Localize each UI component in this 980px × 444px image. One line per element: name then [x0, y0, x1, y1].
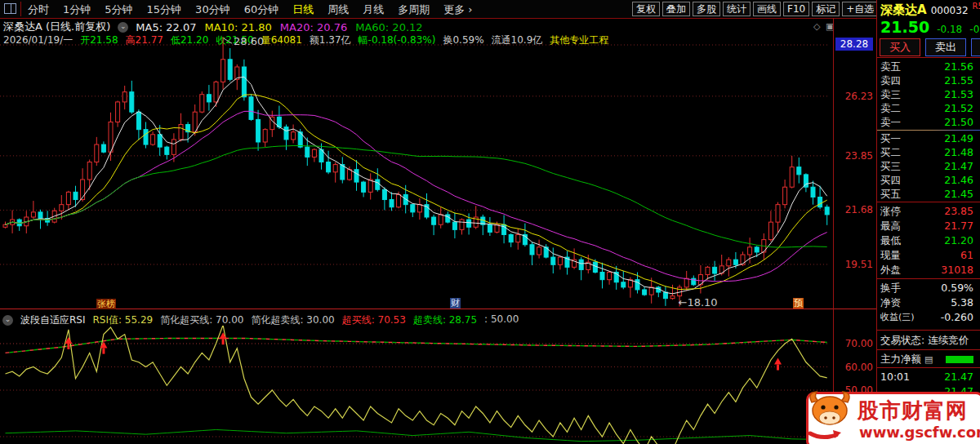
stats-block: 涨停23.85跌最高21.77量最低21.20市现量61总外盘31018内: [877, 204, 980, 278]
stats-block-2: 换手0.59%股净资5.38流收益(三)-0.260PE: [877, 281, 980, 325]
main-flow-row: 主力净额 ▤: [880, 353, 933, 366]
ask-row[interactable]: 卖二21.52: [877, 101, 980, 115]
tick-row: 10:0121.47: [877, 370, 980, 384]
indicator-param: 简化超卖线: 30.00: [251, 313, 334, 327]
indicator-header: ⌄ 波段自适应RSIRSI值: 55.29简化超买线: 70.00简化超卖线: …: [2, 313, 519, 327]
collapse-icon[interactable]: ⌄: [2, 315, 13, 326]
margin-tag: R5: [973, 2, 980, 11]
bull-logo-icon: [805, 388, 858, 442]
bid-row[interactable]: 买一21.49: [877, 131, 980, 145]
tool-button-复权[interactable]: 复权: [632, 2, 660, 16]
menu-item-5分钟[interactable]: 5分钟: [105, 2, 132, 17]
ask-row[interactable]: 卖一21.50: [877, 115, 980, 129]
stat-value: -0.260: [941, 311, 973, 323]
tool-button-叠加[interactable]: 叠加: [662, 2, 690, 16]
menu-item-多周期[interactable]: 多周期: [398, 2, 430, 17]
indicator-param: 简化超买线: 70.00: [160, 313, 243, 327]
ma-value: MA60: 20.12: [355, 21, 422, 33]
book-level-label: 买二: [880, 146, 901, 160]
menu-item-1分钟[interactable]: 1分钟: [63, 2, 91, 17]
bid-row[interactable]: 买三21.47: [877, 159, 980, 173]
stat-value: 61: [960, 249, 973, 261]
indicator-param: 超卖线: 28.75: [413, 313, 477, 327]
stat-value: 21.20: [944, 234, 973, 246]
logo-text: 股市财富网: [858, 397, 968, 425]
stat-row: 最低21.20市: [877, 233, 980, 248]
divider: [877, 367, 980, 368]
stat-row: 换手0.59%股: [877, 281, 980, 295]
menu-item-周线[interactable]: 周线: [327, 2, 349, 17]
book-level-price: 21.48: [944, 146, 973, 158]
stat-label: 换手: [880, 282, 901, 295]
book-level-price: 21.45: [944, 188, 973, 200]
quote-panel: 深桑达A 000032 R5 21.50 -0.18 -0.83 买入 卖出 卖…: [876, 0, 980, 444]
ma-value: MA20: 20.76: [280, 21, 347, 33]
book-level-label: 卖二: [880, 102, 901, 116]
tool-button-F10[interactable]: F10: [783, 2, 809, 16]
menu-item-分时[interactable]: 分时: [28, 2, 49, 17]
indicator-param: 超买线: 70.53: [342, 313, 406, 327]
stat-label: 现量: [880, 249, 901, 263]
news-badge-财[interactable]: 财: [450, 298, 461, 309]
stat-value: 21.77: [944, 220, 973, 232]
bid-row[interactable]: 买五21.45: [877, 187, 980, 201]
list-icon[interactable]: ▤: [924, 354, 933, 365]
collapse-icon[interactable]: ⌄: [118, 22, 128, 33]
menu-item-60分钟[interactable]: 60分钟: [244, 2, 279, 17]
ask-row[interactable]: 卖五21.56: [877, 60, 980, 73]
layout-icon[interactable]: [4, 3, 16, 14]
menu-item-月线[interactable]: 月线: [363, 2, 384, 17]
rsi-axis-label: 70.00: [835, 338, 873, 349]
info-item: 量64081: [261, 33, 302, 47]
book-level-price: 21.56: [944, 60, 973, 73]
more-trade-button[interactable]: [971, 38, 980, 56]
stock-name: 深桑达A: [880, 2, 927, 17]
stat-label: 净资: [880, 296, 901, 310]
ask-row[interactable]: 卖三21.53: [877, 87, 980, 101]
stat-row: 最高21.77量: [877, 219, 980, 233]
panel-separator: [0, 309, 876, 309]
menu-item-日线[interactable]: 日线: [292, 2, 314, 17]
divider: [877, 57, 980, 58]
last-price: 21.50: [880, 18, 929, 36]
menu-item-15分钟[interactable]: 15分钟: [147, 2, 182, 17]
menu-item-更多 ›[interactable]: 更多 ›: [443, 2, 472, 17]
stat-label: 收益(三): [880, 311, 915, 323]
axis-tick-label: 23.85: [835, 150, 873, 162]
ask-row[interactable]: 卖四21.55: [877, 73, 980, 87]
tool-button-标记[interactable]: 标记: [812, 2, 840, 16]
menu-item-30分钟[interactable]: 30分钟: [195, 2, 230, 17]
stat-row: 净资5.38流: [877, 295, 980, 310]
divider: [877, 330, 980, 331]
axis-tick-label: 26.23: [835, 91, 873, 102]
peak-price-annotation: 28.60: [234, 35, 264, 47]
stat-row: 涨停23.85跌: [877, 204, 980, 219]
stat-label: 涨停: [880, 205, 901, 219]
stat-value: 23.85: [944, 205, 973, 217]
stat-value: 31018: [941, 264, 973, 276]
tool-button-画线[interactable]: 画线: [753, 2, 781, 16]
info-item: 换0.59%: [443, 33, 483, 47]
indicator-param: 波段自适应RSI: [20, 313, 86, 327]
news-badge-预[interactable]: 预: [793, 298, 804, 309]
bid-row[interactable]: 买四21.46: [877, 173, 980, 187]
buy-button[interactable]: 买入: [880, 38, 920, 56]
diamond-icon[interactable]: ◇: [813, 21, 820, 32]
main-flow-bar: [946, 356, 973, 363]
bid-row[interactable]: 买二21.48: [877, 145, 980, 159]
axis-max-label: 28.28: [835, 38, 873, 51]
tool-button-多股[interactable]: 多股: [693, 2, 720, 16]
news-badge-张榜[interactable]: 张榜: [96, 299, 116, 309]
stat-row: 外盘31018内: [877, 263, 980, 278]
book-level-price: 21.52: [944, 102, 973, 114]
bid-book: 买一21.49买二21.48买三21.47买四21.46买五21.45: [877, 131, 980, 201]
book-level-price: 21.55: [944, 74, 973, 87]
price-axis: 28.28 26.2323.8521.6819.51 70.0060.0050.…: [833, 18, 877, 444]
info-item: 高21.77: [126, 33, 163, 47]
book-level-label: 买三: [880, 160, 901, 174]
top-menu-bar: 分时1分钟5分钟15分钟30分钟60分钟日线周线月线多周期更多 › 复权叠加多股…: [0, 0, 876, 19]
sell-button[interactable]: 卖出: [925, 38, 966, 56]
indicator-param: RSI值: 55.29: [93, 313, 154, 327]
tool-button-+自选[interactable]: +自选: [842, 2, 878, 16]
tool-button-统计[interactable]: 统计: [723, 2, 751, 16]
